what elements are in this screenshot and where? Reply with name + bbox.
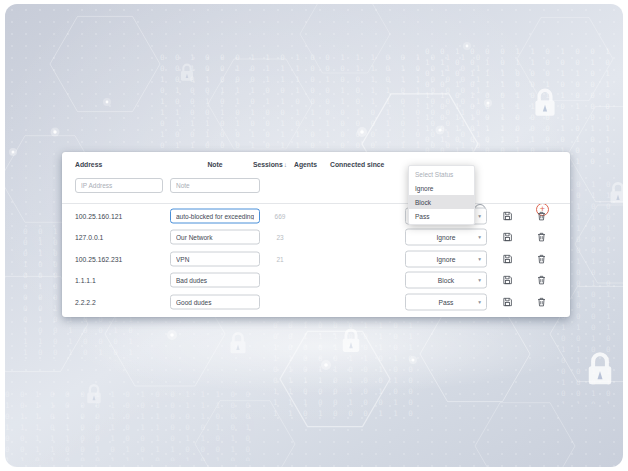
status-select-value: Ignore bbox=[437, 233, 456, 240]
sessions-value: 23 bbox=[262, 233, 298, 240]
table-row: 2.2.2.2 Pass▾ bbox=[62, 291, 570, 312]
sort-desc-icon: ↓ bbox=[284, 161, 287, 168]
table-row: 127.0.0.1 23 Ignore▾ bbox=[62, 226, 570, 247]
chevron-down-icon: ▾ bbox=[478, 234, 481, 240]
table-row: 100.25.162.231 21 Ignore▾ bbox=[62, 248, 570, 269]
ip-address-value: 2.2.2.2 bbox=[75, 298, 96, 305]
note-cell bbox=[170, 229, 260, 244]
note-input[interactable] bbox=[170, 294, 260, 309]
note-input[interactable] bbox=[170, 208, 260, 223]
floppy-save-icon bbox=[502, 274, 513, 286]
sessions-header-label: Sessions bbox=[253, 161, 283, 168]
floppy-save-icon bbox=[502, 253, 513, 265]
delete-row-button[interactable] bbox=[536, 231, 547, 243]
ip-address-value: 1.1.1.1 bbox=[75, 276, 96, 283]
column-header-sessions[interactable]: Sessions↓ bbox=[248, 161, 292, 168]
column-header-connected-since: Connected since bbox=[330, 161, 384, 168]
save-row-button[interactable] bbox=[502, 210, 513, 222]
ip-address-filter-input[interactable] bbox=[75, 178, 163, 193]
save-row-button[interactable] bbox=[502, 274, 513, 286]
floppy-save-icon bbox=[502, 296, 513, 308]
sessions-value: 669 bbox=[262, 212, 298, 219]
ip-address-value: 100.25.160.121 bbox=[75, 212, 122, 219]
delete-row-button[interactable] bbox=[536, 296, 547, 308]
ip-address-value: 100.25.162.231 bbox=[75, 255, 122, 262]
binary-text-block: 0 0 1 0 0 0 1 1 0 1 0 0 1 1 1 0 0 1 0 1 … bbox=[5, 389, 260, 461]
status-select[interactable]: Ignore▾ bbox=[405, 250, 487, 267]
note-input[interactable] bbox=[170, 229, 260, 244]
binary-text-block: 0 0 1 0 0 0 1 1 0 1 0 0 1 1 1 0 0 1 0 1 … bbox=[425, 46, 615, 166]
column-header-agents: Agents bbox=[294, 161, 317, 168]
delete-row-button[interactable] bbox=[536, 210, 547, 222]
note-cell bbox=[170, 251, 260, 266]
delete-row-button[interactable] bbox=[536, 274, 547, 286]
note-cell bbox=[170, 208, 260, 223]
sessions-value: 21 bbox=[262, 255, 298, 262]
padlock-icon bbox=[532, 86, 558, 118]
floppy-save-icon bbox=[502, 210, 513, 222]
chevron-down-icon: ▾ bbox=[478, 256, 481, 262]
status-select[interactable]: Ignore▾ bbox=[405, 228, 487, 245]
screen: 0 0 1 0 0 0 1 1 0 1 0 0 1 1 1 0 0 1 0 1 … bbox=[0, 0, 628, 471]
note-input[interactable] bbox=[170, 251, 260, 266]
status-select-value: Block bbox=[438, 276, 454, 283]
trash-icon bbox=[536, 210, 547, 222]
floppy-save-icon bbox=[502, 231, 513, 243]
filter-row: ? + bbox=[62, 176, 570, 203]
save-row-button[interactable] bbox=[502, 231, 513, 243]
note-cell bbox=[170, 294, 260, 309]
trash-icon bbox=[536, 231, 547, 243]
status-menu-option-block[interactable]: Block bbox=[409, 195, 474, 209]
note-cell bbox=[170, 272, 260, 287]
table-header: Address Note Sessions↓ Agents Connected … bbox=[62, 152, 570, 176]
note-input[interactable] bbox=[170, 272, 260, 287]
trash-icon bbox=[536, 274, 547, 286]
chevron-down-icon: ▾ bbox=[478, 277, 481, 283]
chevron-down-icon: ▾ bbox=[478, 299, 481, 305]
padlock-icon bbox=[585, 349, 615, 387]
column-header-address: Address bbox=[75, 161, 102, 168]
ip-address-value: 127.0.0.1 bbox=[75, 233, 103, 240]
status-select[interactable]: Block▾ bbox=[405, 271, 487, 288]
status-select[interactable]: Pass▾ bbox=[405, 293, 487, 310]
trash-icon bbox=[536, 296, 547, 308]
ip-blocklist-card: Address Note Sessions↓ Agents Connected … bbox=[62, 152, 570, 317]
status-menu-option-ignore[interactable]: Ignore bbox=[409, 181, 474, 195]
padlock-icon bbox=[179, 62, 195, 82]
trash-icon bbox=[536, 253, 547, 265]
status-menu-title: Select Status bbox=[409, 167, 474, 181]
save-row-button[interactable] bbox=[502, 296, 513, 308]
table-row: 1.1.1.1 Block▾ bbox=[62, 269, 570, 290]
chevron-down-icon: ▾ bbox=[478, 213, 481, 219]
table-row: 100.25.160.121 669 ▾ bbox=[62, 205, 570, 226]
status-dropdown-menu: Select Status Ignore Block Pass bbox=[408, 165, 475, 225]
header-divider bbox=[62, 203, 570, 204]
note-filter-input[interactable] bbox=[170, 178, 260, 193]
padlock-icon bbox=[608, 180, 623, 205]
status-select-value: Pass bbox=[439, 298, 454, 305]
status-menu-option-pass[interactable]: Pass bbox=[409, 209, 474, 223]
column-header-note: Note bbox=[170, 161, 260, 168]
delete-row-button[interactable] bbox=[536, 253, 547, 265]
status-select-value: Ignore bbox=[437, 255, 456, 262]
save-row-button[interactable] bbox=[502, 253, 513, 265]
